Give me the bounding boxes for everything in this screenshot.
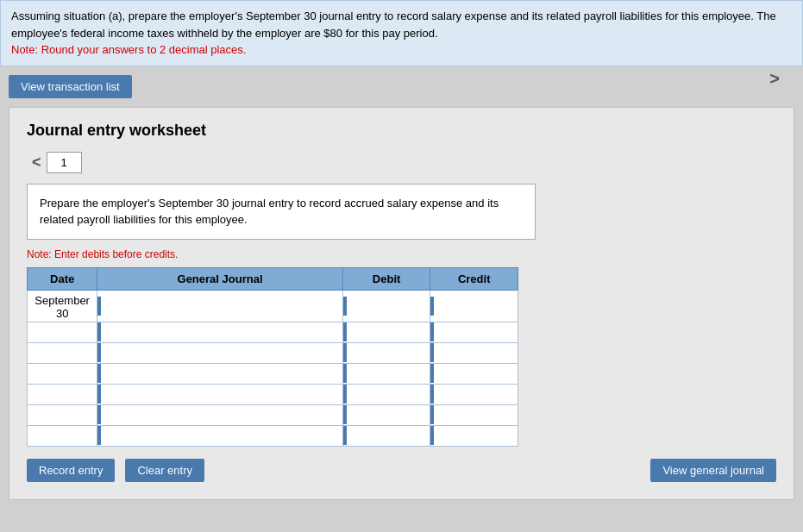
col-credit: Credit [430,267,518,290]
indicator-icon [97,405,101,424]
journal-entry-panel: Journal entry worksheet < 1 Prepare the … [9,107,794,500]
view-transaction-button[interactable]: View transaction list [9,75,132,98]
indicator-icon [343,343,347,362]
credit-cell-2[interactable] [430,342,518,363]
panel-title: Journal entry worksheet [27,122,776,140]
general-journal-cell-0[interactable] [97,290,343,322]
credit-input-2[interactable] [436,343,518,362]
banner-text: Assuming situation (a), prepare the empl… [11,9,776,40]
record-entry-button[interactable]: Record entry [27,459,115,482]
debit-credit-note: Note: Enter debits before credits. [27,248,776,260]
debit-cell-3[interactable] [342,363,430,384]
date-cell-6 [28,425,97,446]
gj-input-0[interactable] [103,297,342,316]
table-row [28,322,518,342]
next-tab-button[interactable]: > [764,67,785,91]
credit-input-0[interactable] [436,297,518,316]
gj-input-4[interactable] [103,385,342,404]
indicator-icon [97,297,101,316]
debit-cell-1[interactable] [342,322,430,342]
col-debit: Debit [342,267,430,290]
credit-input-3[interactable] [436,364,518,383]
credit-input-5[interactable] [436,405,518,424]
gj-input-5[interactable] [103,405,342,424]
indicator-icon [97,364,101,383]
table-row [28,404,518,425]
banner-note: Note: Round your answers to 2 decimal pl… [11,43,246,56]
action-buttons: Record entry Clear entry View general jo… [27,459,776,482]
col-general-journal: General Journal [97,267,343,290]
general-journal-cell-4[interactable] [97,384,343,404]
date-cell-4 [28,384,97,404]
credit-input-6[interactable] [436,426,518,445]
debit-cell-4[interactable] [342,384,430,404]
general-journal-cell-6[interactable] [97,425,343,446]
indicator-icon [343,322,347,341]
debit-input-3[interactable] [348,364,430,383]
indicator-icon [430,322,434,341]
description-box: Prepare the employer's September 30 jour… [27,184,536,240]
view-general-journal-button[interactable]: View general journal [650,459,776,482]
date-cell-3 [28,363,97,384]
indicator-icon [430,297,434,316]
description-text: Prepare the employer's September 30 jour… [40,197,499,227]
instruction-banner: Assuming situation (a), prepare the empl… [0,0,803,66]
debit-input-4[interactable] [348,385,430,404]
indicator-icon [97,343,101,362]
gj-input-3[interactable] [103,364,342,383]
credit-cell-3[interactable] [430,363,518,384]
indicator-icon [430,385,434,404]
tab-navigation: < 1 [27,152,776,173]
credit-cell-5[interactable] [430,404,518,425]
indicator-icon [97,322,101,341]
clear-entry-button[interactable]: Clear entry [125,459,204,482]
date-cell-0: September 30 [28,290,97,322]
debit-input-0[interactable] [348,297,430,316]
debit-cell-2[interactable] [342,342,430,363]
general-journal-cell-3[interactable] [97,363,343,384]
debit-input-1[interactable] [348,322,430,341]
col-date: Date [28,267,97,290]
prev-tab-button[interactable]: < [27,152,47,173]
date-cell-5 [28,404,97,425]
debit-input-6[interactable] [348,426,430,445]
date-cell-1 [28,322,97,342]
credit-cell-4[interactable] [430,384,518,404]
indicator-icon [97,385,101,404]
table-row [28,384,518,404]
tab-number: 1 [47,152,82,173]
indicator-icon [343,297,347,316]
indicator-icon [430,343,434,362]
indicator-icon [430,405,434,424]
table-row [28,363,518,384]
table-row [28,342,518,363]
gj-input-6[interactable] [103,426,342,445]
indicator-icon [343,426,347,445]
credit-input-4[interactable] [436,385,518,404]
general-journal-cell-5[interactable] [97,404,343,425]
table-row: September 30 [28,290,518,322]
indicator-icon [343,385,347,404]
gj-input-2[interactable] [103,343,342,362]
date-cell-2 [28,342,97,363]
debit-cell-0[interactable] [342,290,430,322]
debit-cell-5[interactable] [342,404,430,425]
debit-input-5[interactable] [348,405,430,424]
general-journal-cell-1[interactable] [97,322,343,342]
indicator-icon [97,426,101,445]
debit-cell-6[interactable] [342,425,430,446]
indicator-icon [343,405,347,424]
credit-cell-6[interactable] [430,425,518,446]
gj-input-1[interactable] [103,322,342,341]
credit-input-1[interactable] [436,322,518,341]
debit-input-2[interactable] [348,343,430,362]
journal-table: Date General Journal Debit Credit Septem… [27,267,518,447]
table-row [28,425,518,446]
view-btn-bar: View transaction list [0,66,803,107]
general-journal-cell-2[interactable] [97,342,343,363]
indicator-icon [430,426,434,445]
indicator-icon [343,364,347,383]
credit-cell-1[interactable] [430,322,518,342]
credit-cell-0[interactable] [430,290,518,322]
indicator-icon [430,364,434,383]
